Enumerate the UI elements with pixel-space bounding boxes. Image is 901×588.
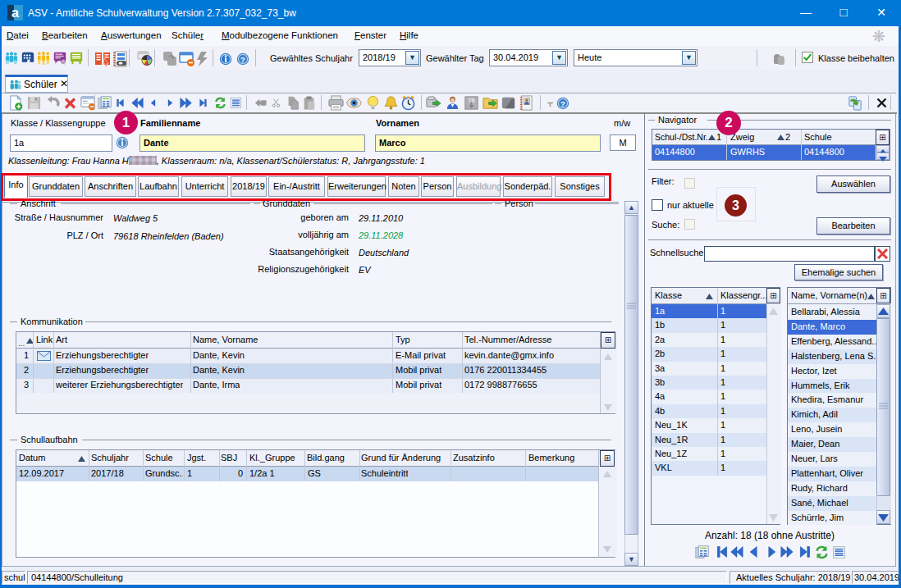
svg-text:?: ? [240, 55, 245, 64]
svg-text:TB: TB [468, 98, 475, 103]
svg-text:?: ? [560, 99, 565, 108]
